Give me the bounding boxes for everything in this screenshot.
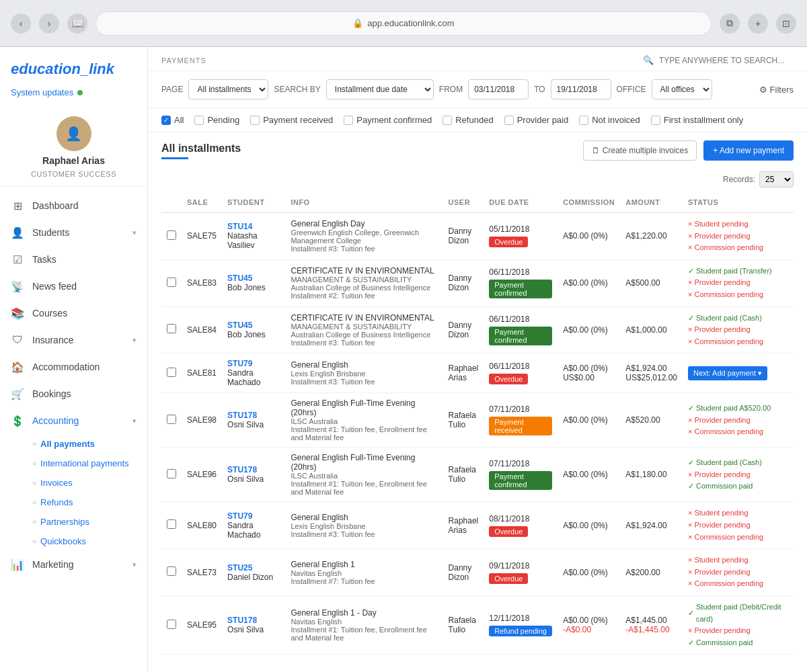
sidebar: education_link System updates 👤 Raphael … <box>0 47 148 672</box>
create-invoices-button[interactable]: 🗒 Create multiple invoices <box>583 140 697 161</box>
row-checkbox-cell <box>161 212 182 259</box>
filter-not-invoiced-checkbox[interactable] <box>579 116 588 125</box>
status-item: × Provider pending <box>688 324 788 336</box>
row-checkbox[interactable] <box>167 469 176 478</box>
filter-bar: ✓ All Pending Payment received Payment c… <box>148 108 807 132</box>
filter-provider-paid-checkbox[interactable] <box>504 116 514 125</box>
row-sale-cell: SALE80 <box>182 502 222 549</box>
filter-refunded[interactable]: Refunded <box>443 115 493 125</box>
sidebar-item-bookings[interactable]: 🛒 Bookings <box>0 380 147 407</box>
sidebar-item-accommodation[interactable]: 🏠 Accommodation <box>0 353 147 380</box>
user-last-name: Tulio <box>449 625 479 634</box>
student-name: Sandra Machado <box>227 368 280 387</box>
student-name: Osni Silva <box>227 474 280 484</box>
row-sale-cell: SALE83 <box>182 259 222 306</box>
row-checkbox[interactable] <box>167 278 176 287</box>
x-icon: × <box>688 519 692 532</box>
filter-first-installment[interactable]: First installment only <box>651 115 743 125</box>
status-badge: Refund pending <box>489 626 552 636</box>
forward-button[interactable]: › <box>39 13 59 34</box>
x-icon: × <box>688 289 692 301</box>
student-id[interactable]: STU45 <box>227 321 280 330</box>
filter-all[interactable]: ✓ All <box>161 115 184 125</box>
row-checkbox[interactable] <box>167 519 176 529</box>
system-updates-label: System updates <box>11 87 73 97</box>
student-id[interactable]: STU178 <box>227 411 280 420</box>
subnav-partnerships[interactable]: Partnerships <box>22 512 147 532</box>
search-by-select[interactable]: Installment due date <box>326 79 434 99</box>
filter-pending-checkbox[interactable] <box>194 116 204 125</box>
sidebar-item-label: Insurance <box>32 335 73 345</box>
subnav-international-payments[interactable]: International payments <box>22 454 147 473</box>
sidebar-item-marketing[interactable]: 📊 Marketing ▾ <box>0 551 147 578</box>
student-id[interactable]: STU25 <box>227 563 280 573</box>
check-icon: ✓ <box>688 480 694 493</box>
window-button[interactable]: ⊡ <box>776 13 796 34</box>
row-commission-cell: A$0.00 (0%) <box>558 393 620 448</box>
subnav-invoices[interactable]: Invoices <box>22 473 147 493</box>
student-id[interactable]: STU45 <box>227 274 280 283</box>
row-checkbox[interactable] <box>167 415 176 424</box>
student-id[interactable]: STU178 <box>227 465 280 474</box>
status-badge: Overdue <box>489 573 528 584</box>
office-select[interactable]: All offices <box>652 79 712 99</box>
row-due-date-cell: 07/11/2018 Payment received <box>484 393 558 448</box>
student-name: Sandra Machado <box>227 521 280 540</box>
page-select[interactable]: All installments <box>188 79 268 99</box>
student-id[interactable]: STU178 <box>227 616 280 625</box>
row-checkbox[interactable] <box>167 620 176 629</box>
filter-not-invoiced[interactable]: Not invoiced <box>579 115 640 125</box>
filter-payment-received-checkbox[interactable] <box>250 116 260 125</box>
student-id[interactable]: STU79 <box>227 359 280 368</box>
new-tab-button[interactable]: + <box>748 13 768 34</box>
row-checkbox[interactable] <box>167 368 176 377</box>
from-date-input[interactable] <box>468 79 529 99</box>
student-name: Osni Silva <box>227 625 280 634</box>
sidebar-item-students[interactable]: 👤 Students ▾ <box>0 219 147 246</box>
row-commission-cell: A$0.00 (0%) -A$0.00 <box>558 595 620 654</box>
next-payment-button[interactable]: Next: Add payment ▾ <box>688 366 767 380</box>
url-bar[interactable]: 🔒 app.educationlink.com <box>95 11 712 36</box>
filter-all-checkbox[interactable]: ✓ <box>161 116 171 125</box>
records-count-select[interactable]: 25 50 100 <box>759 171 794 187</box>
to-date-input[interactable] <box>551 79 611 99</box>
filter-pending[interactable]: Pending <box>194 115 239 125</box>
row-checkbox-cell <box>161 353 182 393</box>
search-input[interactable] <box>659 56 794 65</box>
sidebar-item-courses[interactable]: 📚 Courses <box>0 300 147 327</box>
filter-first-installment-checkbox[interactable] <box>651 116 660 125</box>
sidebar-item-dashboard[interactable]: ⊞ Dashboard <box>0 192 147 219</box>
back-button[interactable]: ‹ <box>11 13 31 34</box>
sidebar-item-tasks[interactable]: ☑ Tasks <box>0 246 147 273</box>
filter-provider-paid-label: Provider paid <box>517 115 569 125</box>
subnav-all-payments[interactable]: All payments <box>22 434 147 454</box>
filter-payment-received[interactable]: Payment received <box>250 115 333 125</box>
add-payment-button[interactable]: + Add new payment <box>703 140 794 161</box>
filter-provider-paid[interactable]: Provider paid <box>504 115 569 125</box>
student-id[interactable]: STU79 <box>227 511 280 521</box>
row-checkbox[interactable] <box>167 230 176 240</box>
system-updates-link[interactable]: System updates <box>0 85 147 108</box>
to-label: TO <box>534 85 545 94</box>
user-first-name: Danny <box>449 274 479 283</box>
sidebar-item-accounting[interactable]: 💲 Accounting ▾ <box>0 407 147 434</box>
row-commission-cell: A$0.00 (0%) <box>558 212 620 259</box>
info-sub3: Installment #7: Tuition fee <box>291 577 437 585</box>
filter-payment-confirmed[interactable]: Payment confirmed <box>344 115 432 125</box>
info-sub3: Installment #3: Tuition fee <box>291 339 437 347</box>
row-checkbox[interactable] <box>167 324 176 333</box>
student-id[interactable]: STU14 <box>227 222 280 231</box>
bookmarks-button[interactable]: 📖 <box>67 13 87 34</box>
filter-refunded-checkbox[interactable] <box>443 116 452 125</box>
create-invoices-label: Create multiple invoices <box>603 146 688 155</box>
sidebar-item-label: Tasks <box>32 254 56 265</box>
subnav-refunds[interactable]: Refunds <box>22 493 147 512</box>
sidebar-item-newsfeed[interactable]: 📡 News feed <box>0 273 147 300</box>
row-checkbox[interactable] <box>167 566 176 576</box>
clipboard-button[interactable]: ⧉ <box>720 13 740 34</box>
sidebar-item-insurance[interactable]: 🛡 Insurance ▾ <box>0 327 147 353</box>
filters-button[interactable]: ⚙ Filters <box>759 85 794 95</box>
subnav-quickbooks[interactable]: Quickbooks <box>22 532 147 551</box>
row-student-cell: STU45 Bob Jones <box>222 259 285 306</box>
filter-payment-confirmed-checkbox[interactable] <box>344 116 353 125</box>
